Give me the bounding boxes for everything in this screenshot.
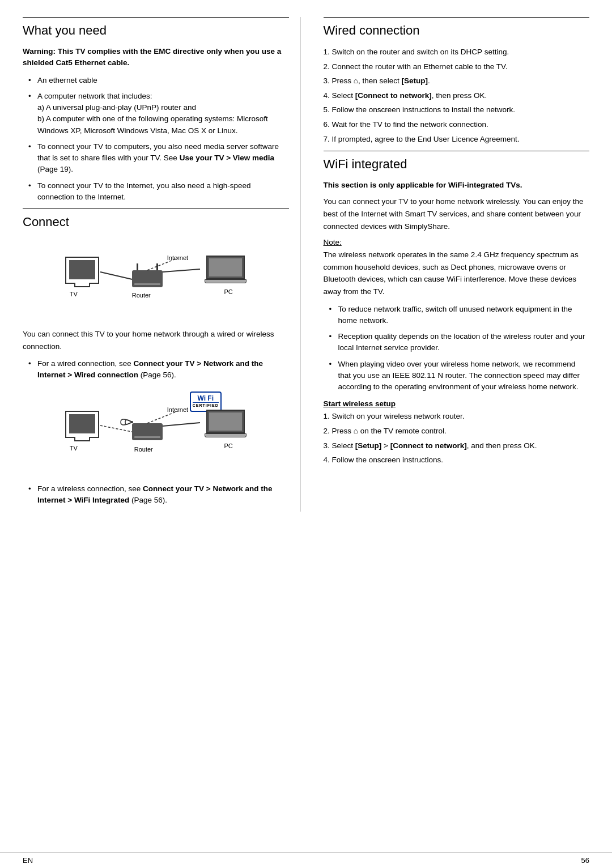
wireless-step-1: 1. Switch on your wireless network route… (324, 410, 590, 423)
wireless-step-3: 3. Select [Setup] > [Connect to network]… (324, 440, 590, 452)
wired-steps-list: 1. Switch on the router and switch on it… (324, 46, 590, 145)
wifi-diagram: Wi Fi CERTIFIED TV (23, 390, 289, 474)
footer-lang: EN (23, 856, 33, 865)
wired-diagram: TV Router Internet (23, 241, 289, 319)
wifi-bullets-list: To reduce network traffic, switch off un… (324, 304, 590, 393)
list-item: An ethernet cable (28, 75, 289, 86)
wireless-step-4: 4. Follow the onscreen instructions. (324, 454, 590, 466)
note-text: The wireless network operates in the sam… (324, 249, 590, 297)
wired-step-5: 5. Follow the onscreen instructions to i… (324, 104, 590, 116)
wired-connection-title: Wired connection (324, 23, 590, 40)
connect-divider (23, 209, 289, 209)
wired-connection-divider (324, 17, 590, 18)
list-item: A computer network that includes: a) A u… (28, 91, 289, 137)
wifi-bullet-3: When playing video over your wireless ho… (329, 359, 590, 393)
wifi-bullet-1: To reduce network traffic, switch off un… (329, 304, 590, 327)
left-column: What you need Warning: This TV complies … (23, 17, 301, 512)
svg-line-4 (100, 426, 132, 432)
wifi-description: You can connect your TV to your home net… (324, 195, 590, 232)
wifi-bullet-2: Reception quality depends on the locatio… (329, 331, 590, 354)
requirements-list: An ethernet cable A computer network tha… (23, 75, 289, 203)
wired-step-7: 7. If prompted, agree to the End User Li… (324, 133, 590, 146)
footer-page: 56 (581, 856, 589, 865)
wifi-subtitle: This section is only applicable for WiFi… (324, 180, 590, 191)
wired-step-1: 1. Switch on the router and switch on it… (324, 46, 590, 58)
wireless-steps-list: 1. Switch on your wireless network route… (324, 410, 590, 466)
wireless-connect-bullets: For a wireless connection, see Connect y… (23, 483, 289, 507)
top-divider (23, 17, 289, 18)
note-label: Note: (324, 238, 590, 246)
wired-lines-svg (60, 241, 252, 314)
wired-diagram-area: TV Router Internet (60, 241, 252, 314)
connect-description: You can connect this TV to your home net… (23, 328, 289, 352)
svg-line-2 (147, 258, 178, 270)
list-item: To connect your TV to the Internet, you … (28, 180, 289, 203)
connect-title: Connect (23, 215, 289, 232)
wireless-step-2: 2. Press ⌂ on the TV remote control. (324, 425, 590, 437)
right-column: Wired connection 1. Switch on the router… (318, 17, 590, 512)
wired-step-6: 6. Wait for the TV to find the network c… (324, 118, 590, 131)
wifi-lines-svg (60, 390, 252, 470)
svg-line-5 (163, 423, 200, 426)
wifi-integrated-divider (324, 151, 590, 151)
list-item: To connect your TV to computers, you als… (28, 141, 289, 176)
wireless-bullet: For a wireless connection, see Connect y… (28, 483, 289, 507)
svg-line-6 (147, 411, 178, 423)
wifi-integrated-title: WiFi integrated (324, 157, 590, 174)
footer: EN 56 (0, 852, 612, 868)
start-wireless-title: Start wireless setup (324, 399, 590, 408)
wifi-diagram-area: Wi Fi CERTIFIED TV (60, 390, 252, 470)
wired-step-4: 4. Select [Connect to network], then pre… (324, 90, 590, 102)
wired-step-2: 2. Connect the router with an Ethernet c… (324, 61, 590, 73)
connect-bullets: For a wired connection, see Connect your… (23, 358, 289, 381)
warning-text: Warning: This TV complies with the EMC d… (23, 46, 289, 69)
what-you-need-title: What you need (23, 23, 289, 40)
svg-line-0 (100, 272, 132, 279)
wired-step-3: 3. Press ⌂, then select [Setup]. (324, 75, 590, 87)
svg-line-1 (163, 269, 200, 272)
wired-bullet: For a wired connection, see Connect your… (28, 358, 289, 381)
